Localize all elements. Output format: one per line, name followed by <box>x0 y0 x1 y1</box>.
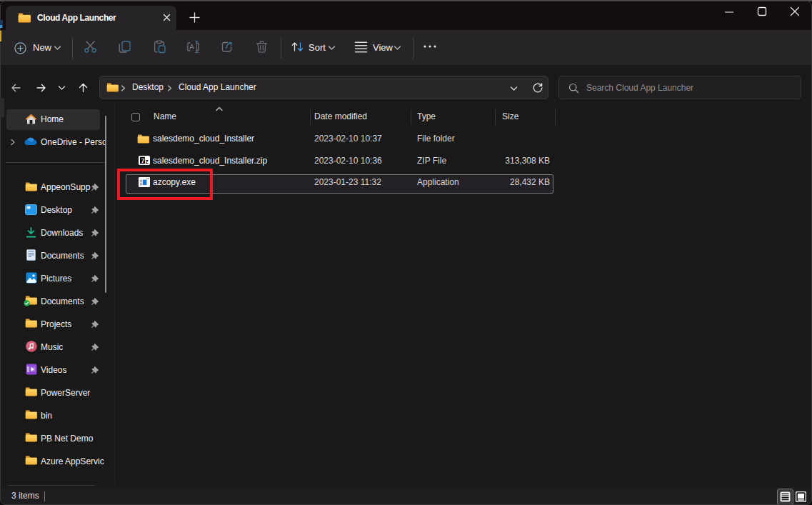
svg-text:z: z <box>145 158 148 165</box>
svg-text:7: 7 <box>141 157 144 164</box>
